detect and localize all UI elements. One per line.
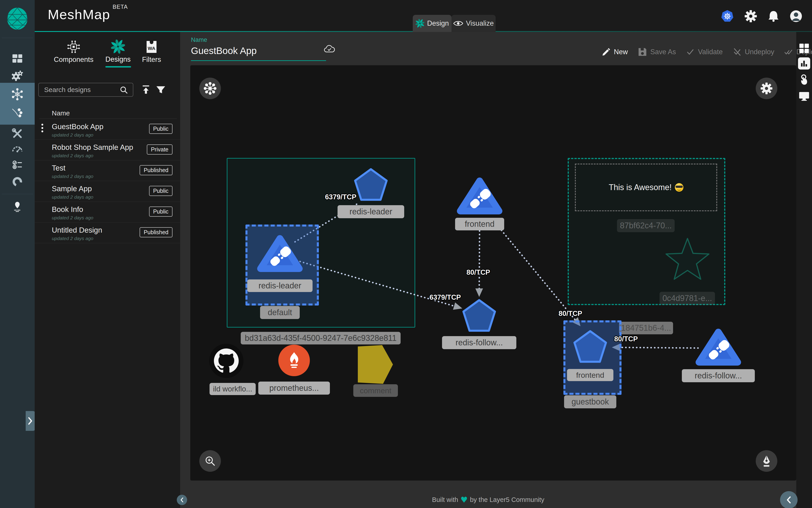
search-icon[interactable] bbox=[119, 85, 129, 95]
chevron-right-icon bbox=[29, 418, 32, 424]
design-row[interactable]: Book Info updated 2 days ago Public bbox=[35, 202, 180, 222]
design-name-field[interactable]: GuestBook App bbox=[191, 45, 257, 56]
zoom-in-icon bbox=[204, 455, 216, 467]
node-label: ild workflo... bbox=[210, 383, 256, 395]
app-title: MeshMap bbox=[48, 7, 110, 22]
tab-visualize[interactable]: Visualize bbox=[452, 15, 496, 32]
sidebar-item-dashboard[interactable] bbox=[0, 50, 35, 67]
touch-icon[interactable] bbox=[799, 74, 810, 85]
visibility-badge[interactable]: Published bbox=[140, 165, 172, 175]
sidebar-item-performance[interactable] bbox=[0, 141, 35, 158]
design-row[interactable]: Untitled Design updated 2 days ago Publi… bbox=[35, 222, 180, 243]
footer-text-prefix: Built with bbox=[432, 496, 458, 504]
design-updated: updated 2 days ago bbox=[52, 215, 93, 220]
location-pin-icon bbox=[12, 200, 23, 213]
notifications-bell-icon[interactable] bbox=[768, 10, 779, 22]
node-connection-frontend[interactable] bbox=[454, 173, 506, 219]
node-service-redis-follower[interactable] bbox=[460, 298, 498, 334]
meshery-spiral-icon bbox=[416, 19, 424, 28]
design-name[interactable]: Sample App bbox=[52, 184, 92, 193]
canvas-settings-button[interactable] bbox=[756, 78, 777, 99]
settings-gear-icon bbox=[761, 83, 772, 94]
grid-icon[interactable] bbox=[799, 43, 809, 53]
tab-filters[interactable]: WA Filters bbox=[137, 37, 167, 67]
node-github-workflow[interactable] bbox=[209, 344, 243, 378]
pencil-icon bbox=[602, 47, 611, 56]
visibility-badge[interactable]: Published bbox=[140, 227, 172, 237]
conformance-checklist-icon bbox=[11, 159, 23, 170]
collapse-panel-button-right[interactable] bbox=[780, 491, 798, 508]
collapse-panel-button-left[interactable] bbox=[177, 495, 187, 505]
design-name[interactable]: Robot Shop Sample App bbox=[52, 143, 133, 152]
new-button[interactable]: New bbox=[602, 47, 628, 56]
visibility-badge[interactable]: Public bbox=[149, 124, 172, 134]
node-label: redis-follow... bbox=[682, 369, 755, 382]
tab-designs[interactable]: Designs bbox=[100, 37, 136, 66]
design-name[interactable]: Untitled Design bbox=[52, 226, 102, 235]
beta-badge: BETA bbox=[113, 4, 128, 10]
node-label: frontend bbox=[455, 218, 504, 230]
node-service-redis-leader[interactable] bbox=[352, 167, 390, 203]
filter-funnel-icon[interactable] bbox=[156, 85, 166, 95]
visibility-badge[interactable]: Public bbox=[149, 186, 172, 196]
design-row[interactable]: Test updated 2 days ago Published bbox=[35, 160, 180, 181]
edge-port-label: 80/TCP bbox=[558, 309, 582, 318]
kubernetes-icon[interactable] bbox=[721, 10, 734, 23]
dashboard-icon bbox=[11, 53, 23, 64]
kebab-menu-icon[interactable] bbox=[41, 124, 43, 132]
edge-frontend-guestbook[interactable] bbox=[492, 219, 579, 325]
list-header-name: Name bbox=[52, 109, 70, 117]
node-comment-shape[interactable] bbox=[357, 345, 393, 384]
node-label: prometheus... bbox=[258, 382, 330, 395]
bar-chart-button[interactable] bbox=[798, 57, 810, 70]
chip-icon bbox=[67, 40, 80, 53]
sidebar-divider bbox=[2, 38, 33, 38]
svg-text:WA: WA bbox=[148, 46, 155, 51]
sidebar-item-environment[interactable] bbox=[0, 198, 35, 215]
tab-design[interactable]: Design bbox=[413, 15, 452, 32]
design-name[interactable]: Test bbox=[52, 164, 66, 172]
node-connection-redis-leader[interactable] bbox=[254, 231, 306, 277]
monitor-icon[interactable] bbox=[799, 91, 810, 101]
design-actions-toolbar: New Save As Validate Undeploy Deploy bbox=[602, 45, 812, 58]
wasm-wa-icon: WA bbox=[146, 40, 157, 53]
node-prometheus[interactable] bbox=[278, 345, 310, 376]
edge-frontend-redisfollower[interactable] bbox=[479, 220, 479, 294]
undeploy-button[interactable]: Undeploy bbox=[733, 47, 774, 56]
node-service-frontend[interactable] bbox=[571, 329, 609, 365]
meshery-spiral-icon bbox=[111, 40, 125, 53]
tab-visualize-label: Visualize bbox=[466, 19, 494, 28]
sidebar-item-adapters[interactable] bbox=[0, 173, 35, 190]
mesh-ring-icon bbox=[11, 176, 23, 187]
sidebar-item-conformance[interactable] bbox=[0, 156, 35, 173]
tab-designs-underline bbox=[105, 66, 131, 68]
sidebar-expand-handle[interactable] bbox=[26, 411, 36, 431]
floppy-save-icon bbox=[638, 47, 647, 57]
visibility-badge[interactable]: Public bbox=[149, 207, 172, 217]
design-row[interactable]: GuestBook App updated 2 days ago Public bbox=[35, 119, 180, 140]
sidebar-item-services[interactable] bbox=[0, 104, 35, 121]
mesh-hub-button[interactable] bbox=[199, 78, 221, 99]
design-name[interactable]: Book Info bbox=[52, 205, 83, 214]
sidebar-item-lifecycle[interactable] bbox=[0, 67, 35, 84]
validate-button[interactable]: Validate bbox=[686, 47, 723, 56]
pen-tool-button[interactable] bbox=[756, 450, 777, 472]
meshmap-sphere-logo[interactable] bbox=[6, 6, 28, 31]
sidebar-item-toolkit[interactable] bbox=[0, 125, 35, 142]
design-row[interactable]: Robot Shop Sample App updated 2 days ago… bbox=[35, 139, 180, 160]
account-avatar-icon[interactable] bbox=[789, 10, 803, 23]
tab-design-label: Design bbox=[427, 19, 449, 28]
publish-upload-icon[interactable] bbox=[141, 85, 151, 95]
save-as-button[interactable]: Save As bbox=[638, 47, 676, 57]
design-row[interactable]: Sample App updated 2 days ago Public bbox=[35, 181, 180, 202]
node-connection-redis-follower[interactable] bbox=[692, 325, 744, 371]
visibility-badge[interactable]: Private bbox=[147, 144, 172, 155]
sidebar-item-meshmap[interactable] bbox=[0, 86, 35, 103]
edge-port-label: 80/TCP bbox=[466, 268, 490, 277]
design-name[interactable]: GuestBook App bbox=[52, 122, 103, 131]
edge-port-label: 6379/TCP bbox=[429, 293, 461, 301]
zoom-in-button[interactable] bbox=[199, 450, 221, 472]
tab-components[interactable]: Components bbox=[53, 37, 94, 67]
edge-redisfollower-frontend[interactable] bbox=[614, 347, 698, 348]
settings-gear-icon[interactable] bbox=[745, 10, 757, 22]
